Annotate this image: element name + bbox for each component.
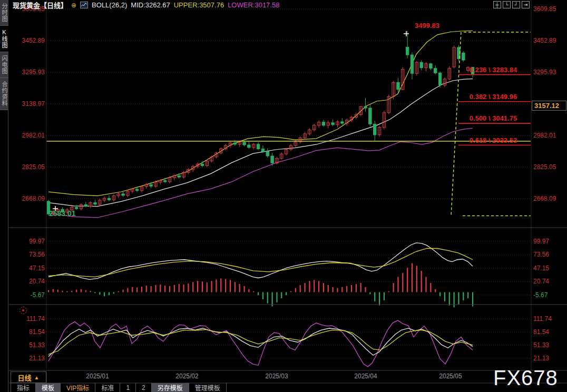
candle — [107, 198, 110, 200]
sidebar-item-contract-info[interactable]: 合约资料 — [0, 78, 8, 110]
candle — [434, 68, 437, 73]
candle — [410, 55, 413, 73]
fib-level-label: 0.236 \ 3283.84 — [456, 66, 530, 74]
candle — [94, 203, 96, 204]
x-axis-label: 2025/04 — [347, 373, 384, 380]
price-axis-label: 2982.01 — [533, 132, 565, 139]
candle — [374, 124, 376, 135]
candle — [257, 144, 259, 149]
candle — [84, 204, 87, 206]
x-axis-label: 2025/03 — [258, 373, 295, 380]
price-axis-label: 2668.09 — [19, 195, 45, 202]
price-axis-label: 47.15 — [533, 264, 565, 272]
tab-1[interactable]: 1 — [120, 383, 136, 392]
chart-header: 现货黄金【日线】 ⊕ BOLL(26,2) MID:3262.67 UPPER:… — [13, 1, 279, 9]
line-series — [48, 328, 473, 357]
tab-indicators[interactable]: 指标 — [11, 383, 36, 392]
price-axis-label: 99.97 — [19, 238, 45, 245]
price-axis-label: 51.33 — [533, 341, 565, 349]
candle — [261, 149, 264, 152]
macd-name: MACD(26,12,9) — [48, 232, 96, 240]
line-series — [48, 329, 473, 354]
export-icon[interactable]: ⇥ — [522, 1, 530, 8]
boll-lower-value: LOWER:3017.58 — [228, 1, 279, 9]
bottom-tab-bar: 指标模板VIP指标标准12另存模板管理模板 — [11, 383, 227, 392]
period-selector-button[interactable]: 日线 ▲ — [11, 371, 46, 383]
price-axis-label: 51.33 — [19, 341, 45, 349]
price-marker-badge: 3157.12 — [532, 101, 566, 111]
price-axis-label: -5.67 — [19, 291, 45, 299]
line-series — [48, 31, 473, 195]
price-axis-label: 3138.97 — [19, 100, 45, 107]
candle — [201, 164, 203, 165]
macd-diff-value: DIFF:51.11 — [101, 232, 135, 240]
sidebar-item-time-chart[interactable]: 分时图 — [0, 0, 8, 26]
add-indicator-icon[interactable]: ⊕ — [71, 2, 76, 9]
tab-vip-indicators[interactable]: VIP指标 — [61, 383, 95, 392]
candle — [233, 143, 236, 144]
peak-price-label: 3499.83 — [415, 22, 439, 30]
y-axis-scale-icon[interactable]: ┘ — [512, 1, 520, 8]
triangle-up-icon: ▲ — [34, 375, 40, 380]
price-axis-label: 111.74 — [533, 315, 565, 322]
x-axis-scale-icon[interactable]: └ — [503, 1, 511, 8]
trading-app-window: 分时图K线图闪电图合约资料 现货黄金【日线】 ⊕ BOLL(26,2) MID:… — [0, 0, 567, 392]
tab-standard[interactable]: 标准 — [95, 383, 120, 392]
macd-pane-header: MACD(26,12,9) DIFF:51.11 DEA:64.55 MACD:… — [48, 232, 220, 240]
macd-macd-value: MACD:-26.88 — [179, 232, 220, 240]
candle — [331, 123, 334, 125]
price-axis-label: 81.54 — [533, 328, 565, 336]
kdj-pane-header: KDJ(9,3,3) K:47.73 D:51.50 J:40.18 — [48, 307, 167, 315]
kline-chart-icon[interactable] — [80, 2, 88, 8]
kdj-d-value: D:51.50 — [115, 307, 140, 315]
price-axis-label: 2825.05 — [533, 163, 565, 171]
kdj-k-value: K:47.73 — [86, 307, 110, 315]
candle — [406, 47, 408, 55]
kdj-name: KDJ(9,3,3) — [48, 307, 81, 315]
kdj-j-value: J:40.18 — [145, 307, 168, 315]
price-axis-label: -5.67 — [533, 291, 565, 299]
candle — [462, 53, 465, 60]
candle — [178, 175, 180, 177]
x-axis-label: 2025/02 — [169, 373, 206, 380]
boll-name: BOLL(26,2) — [92, 1, 127, 9]
price-axis-label: 2668.09 — [533, 195, 565, 202]
fit-icon[interactable]: ┼ — [493, 1, 501, 8]
candle — [271, 156, 273, 163]
line-series — [48, 243, 473, 280]
tab-templates[interactable]: 模板 — [36, 383, 61, 392]
candle — [150, 184, 152, 186]
fib-level-label: 0.500 \ 3041.75 — [456, 114, 530, 122]
tab-save-template[interactable]: 另存模板 — [152, 383, 189, 392]
sidebar-item-flash-chart[interactable]: 闪电图 — [0, 52, 8, 78]
candle — [243, 142, 246, 145]
chart-canvas[interactable] — [0, 0, 567, 392]
candle — [266, 152, 269, 156]
macd-dea-value: DEA:64.55 — [140, 232, 173, 240]
fib-level-label: 0.618 \ 2933.53 — [456, 136, 530, 144]
indicator-marker-icon[interactable] — [19, 307, 27, 314]
x-axis-label: 2025/01 — [79, 373, 116, 380]
tab-2[interactable]: 2 — [136, 383, 152, 392]
price-axis-label: 20.74 — [19, 278, 45, 285]
candle — [163, 181, 166, 182]
tab-manage-template[interactable]: 管理模板 — [189, 383, 227, 392]
price-axis-label: 3452.89 — [533, 37, 565, 44]
price-axis-label: 3609.85 — [533, 5, 565, 13]
price-axis-label: 99.97 — [533, 238, 565, 245]
x-axis-label: 2025/05 — [432, 373, 469, 380]
period-label: 日线 — [18, 373, 32, 383]
price-axis-label: 3452.89 — [19, 37, 45, 44]
low-price-label: 2583.01 — [49, 209, 76, 218]
candle — [397, 82, 399, 89]
price-axis-label: 73.56 — [19, 251, 45, 258]
price-axis-label: 3295.93 — [533, 68, 565, 76]
left-sidebar: 分时图K线图闪电图合约资料 — [0, 0, 8, 392]
candle — [369, 108, 372, 124]
candle — [135, 189, 138, 191]
candle — [438, 73, 441, 85]
price-axis-label: 20.74 — [533, 278, 565, 285]
boll-mid-value: MID:3262.67 — [131, 1, 170, 9]
sidebar-item-kline-chart[interactable]: K线图 — [0, 26, 8, 52]
price-axis-label: 3295.93 — [19, 68, 45, 76]
